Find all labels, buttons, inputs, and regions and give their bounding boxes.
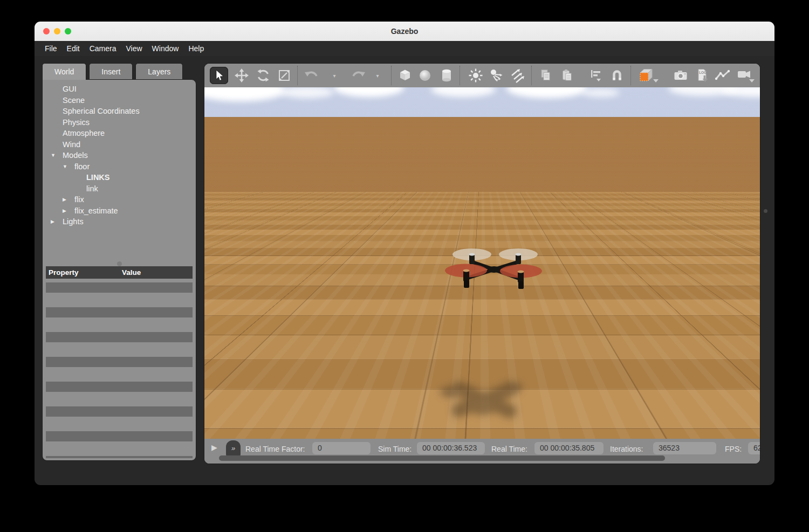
copy-button[interactable] — [537, 67, 555, 84]
add-sphere-button[interactable] — [416, 67, 434, 84]
tree-item-physics[interactable]: Physics — [43, 117, 196, 128]
property-row — [46, 307, 193, 317]
video-camera-icon — [736, 68, 756, 83]
tree-item-label: floor — [74, 162, 90, 171]
tree-item-label: LINKS — [86, 173, 110, 182]
property-row — [46, 357, 193, 367]
title-bar[interactable]: Gazebo — [35, 22, 774, 41]
property-column-header: Property — [46, 268, 122, 277]
horizontal-scrollbar[interactable] — [219, 455, 665, 461]
tree-item-floor[interactable]: ▼floor — [43, 161, 196, 172]
collapse-arrow-icon[interactable]: ▼ — [63, 164, 74, 169]
fps-value[interactable]: 62 — [748, 442, 760, 454]
property-row — [46, 382, 193, 392]
rotate-button[interactable] — [254, 67, 272, 84]
menu-file[interactable]: File — [40, 44, 62, 53]
translate-button[interactable] — [232, 67, 251, 84]
directional-light-icon — [510, 68, 526, 83]
tab-world[interactable]: World — [42, 63, 86, 80]
property-table-header: Property Value — [46, 266, 193, 279]
undo-button[interactable] — [303, 67, 321, 84]
point-light-icon — [468, 68, 483, 83]
tree-item-flix-estimate[interactable]: ▶flix_estimate — [43, 205, 196, 217]
menu-window[interactable]: Window — [147, 44, 184, 53]
world-tree: GUISceneSpherical CoordinatesPhysicsAtmo… — [43, 84, 196, 234]
log-recording-button[interactable]: LOG — [693, 67, 711, 84]
redo-icon — [350, 68, 366, 82]
undo-icon — [304, 68, 320, 82]
tree-item-gui[interactable]: GUI — [43, 84, 196, 95]
gazebo-window: Gazebo File Edit Camera View Window Help… — [35, 22, 774, 485]
add-point-light-button[interactable] — [467, 67, 485, 84]
add-cylinder-button[interactable] — [437, 67, 456, 84]
menu-help[interactable]: Help — [183, 44, 209, 53]
add-spot-light-button[interactable] — [487, 67, 505, 84]
svg-text:LOG: LOG — [699, 71, 707, 74]
expand-arrow-icon[interactable]: ▶ — [51, 219, 63, 224]
select-arrow-button[interactable] — [210, 67, 228, 84]
tab-layers[interactable]: Layers — [135, 63, 183, 80]
cylinder-icon — [438, 67, 455, 84]
panel-splitter-handle[interactable] — [117, 261, 122, 266]
sim-time-label: Sim Time: — [378, 443, 412, 455]
tree-item-label: Wind — [63, 140, 80, 149]
change-view-angle-button[interactable] — [636, 67, 662, 84]
add-directional-light-button[interactable] — [509, 67, 527, 84]
iterations-value[interactable]: 36523 — [653, 442, 716, 454]
add-box-button[interactable] — [396, 67, 414, 84]
expand-arrow-icon[interactable]: ▶ — [63, 197, 74, 202]
video-recording-button[interactable] — [735, 67, 757, 84]
property-row — [46, 406, 193, 417]
3d-viewport[interactable] — [204, 87, 760, 440]
tree-item-link[interactable]: link — [43, 183, 196, 195]
tree-item-label: Physics — [63, 118, 90, 127]
tree-item-links[interactable]: LINKS — [43, 172, 196, 183]
scale-icon — [277, 68, 292, 83]
tree-item-scene[interactable]: Scene — [43, 95, 196, 106]
redo-history-button[interactable]: ▾ — [373, 71, 382, 81]
expand-controls-icon[interactable]: ▶ — [211, 443, 217, 452]
cloud — [280, 87, 334, 98]
real-time-factor-value[interactable]: 0 — [312, 442, 371, 454]
floor-horizon-haze — [204, 117, 760, 209]
property-row — [46, 282, 193, 293]
align-button[interactable] — [587, 67, 606, 84]
menu-view[interactable]: View — [121, 44, 147, 53]
tree-item-lights[interactable]: ▶Lights — [43, 216, 196, 227]
tree-item-label: flix_estimate — [74, 206, 118, 215]
playback-speed-button[interactable]: » — [226, 440, 241, 456]
menu-edit[interactable]: Edit — [62, 44, 85, 53]
sim-time-value[interactable]: 00 00:00:36.523 — [417, 442, 485, 454]
plot-button[interactable] — [714, 67, 732, 84]
real-time-value[interactable]: 00 00:00:35.805 — [534, 442, 604, 454]
expand-arrow-icon[interactable]: ▶ — [63, 208, 74, 213]
undo-history-button[interactable]: ▾ — [330, 71, 339, 81]
screenshot-button[interactable] — [671, 67, 690, 84]
paste-icon — [560, 68, 575, 83]
tree-item-models[interactable]: ▼Models — [43, 150, 196, 161]
collapse-arrow-icon[interactable]: ▼ — [51, 153, 63, 158]
redo-button[interactable] — [349, 67, 367, 84]
paste-button[interactable] — [558, 67, 577, 84]
tree-item-spherical-coordinates[interactable]: Spherical Coordinates — [43, 106, 196, 117]
tree-item-atmosphere[interactable]: Atmosphere — [43, 128, 196, 139]
select-arrow-icon — [212, 68, 226, 82]
menu-camera[interactable]: Camera — [85, 44, 121, 53]
scale-button[interactable] — [275, 67, 293, 84]
cloud — [506, 87, 587, 98]
tree-item-wind[interactable]: Wind — [43, 139, 196, 150]
snap-button[interactable] — [608, 67, 626, 84]
world-panel-body: GUISceneSpherical CoordinatesPhysicsAtmo… — [42, 79, 196, 461]
tree-item-label: flix — [74, 195, 84, 204]
value-column-header: Value — [122, 268, 141, 277]
tree-item-label: GUI — [63, 85, 77, 93]
tree-item-flix[interactable]: ▶flix — [43, 194, 196, 205]
cloud — [334, 87, 404, 97]
property-row — [46, 332, 193, 342]
window-resize-handle[interactable] — [764, 209, 767, 213]
tree-item-label: Lights — [63, 217, 84, 226]
cloud — [204, 87, 285, 101]
view-angle-cube-icon — [637, 67, 660, 84]
tab-insert[interactable]: Insert — [89, 63, 133, 80]
log-file-icon: LOG — [694, 67, 710, 84]
